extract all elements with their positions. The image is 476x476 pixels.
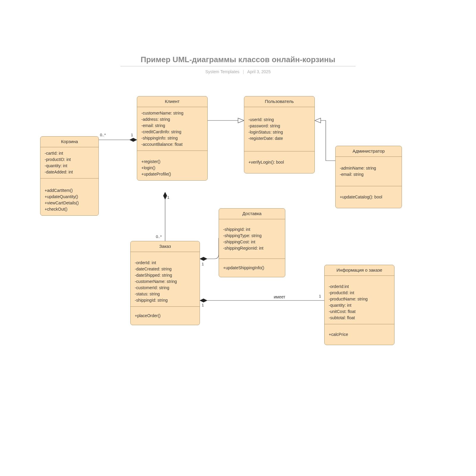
- svg-marker-5: [200, 257, 207, 261]
- class-cart-ops: +addCartItem() +updateQuantity() +viewCa…: [40, 178, 98, 215]
- svg-marker-2: [315, 118, 321, 123]
- class-shipping-name: Доставка: [219, 209, 285, 219]
- class-user: Пользователь -userId: string -password: …: [244, 96, 315, 173]
- mult-cart-side: 0..*: [100, 133, 106, 137]
- class-admin-ops: +updateCatalog(): bool: [336, 186, 402, 208]
- class-user-name: Пользователь: [244, 96, 314, 107]
- mult-order-info-order: 1: [202, 303, 204, 307]
- diagram-header: Пример UML-диаграммы классов онлайн-корз…: [0, 55, 476, 74]
- subtitle-separator: |: [243, 69, 244, 74]
- subtitle-author: System Templates: [205, 69, 239, 74]
- class-order-ops: +placeOrder(): [131, 307, 200, 325]
- svg-marker-4: [163, 192, 167, 199]
- class-shipping-ops: +updateShippingInfo(): [219, 259, 285, 277]
- mult-customer-order-top: 1: [167, 195, 169, 200]
- diagram-subtitle: System Templates | April 3, 2025: [0, 69, 476, 74]
- class-orderinfo-ops: +calcPrice: [325, 324, 394, 345]
- class-cart-name: Корзина: [40, 137, 98, 147]
- class-shipping: Доставка -shippingId: int -shippingType:…: [219, 208, 285, 277]
- class-admin-name: Администратор: [336, 146, 402, 157]
- svg-marker-6: [200, 299, 207, 302]
- class-cart: Корзина -cartId: int -productID: int -qu…: [40, 136, 99, 216]
- class-user-attrs: -userId: string -password: string -login…: [244, 107, 314, 151]
- mult-order-info-info: 1: [319, 294, 321, 298]
- mult-customer-order-bottom: 0..*: [156, 234, 162, 239]
- edge-label-has: имеет: [274, 295, 285, 299]
- subtitle-date: April 3, 2025: [247, 69, 271, 74]
- class-orderinfo: Информация о заказе -orderId:int -produc…: [324, 265, 394, 345]
- class-customer: Клиент -customerName: string -address: s…: [137, 96, 208, 181]
- class-orderinfo-attrs: -orderId:int -productId: int -productNam…: [325, 276, 394, 324]
- svg-marker-0: [239, 118, 244, 123]
- svg-marker-3: [130, 138, 137, 142]
- class-orderinfo-name: Информация о заказе: [325, 265, 394, 276]
- class-shipping-attrs: -shippingId: int -shippingType: string -…: [219, 219, 285, 259]
- svg-marker-1: [238, 118, 244, 123]
- class-order-attrs: -orderId: int -dateCreated: string -date…: [131, 252, 200, 307]
- class-cart-attrs: -cartId: int -productID: int -quantity: …: [40, 147, 98, 178]
- class-order: Заказ -orderId: int -dateCreated: string…: [130, 241, 200, 325]
- class-user-ops: +verifyLogin(): bool: [244, 151, 314, 173]
- title-underline: [120, 66, 356, 66]
- class-order-name: Заказ: [131, 241, 200, 252]
- class-customer-ops: +register() +login() +updateProfile(): [137, 151, 207, 180]
- diagram-title: Пример UML-диаграммы классов онлайн-корз…: [0, 55, 476, 66]
- class-customer-name: Клиент: [137, 96, 207, 107]
- mult-order-shipping-order: 1: [202, 262, 204, 266]
- class-customer-attrs: -customerName: string -address: string -…: [137, 107, 207, 151]
- mult-customer-side: 1: [131, 133, 133, 137]
- class-admin-attrs: -adminName: string -email: string: [336, 157, 402, 186]
- class-admin: Администратор -adminName: string -email:…: [335, 146, 402, 208]
